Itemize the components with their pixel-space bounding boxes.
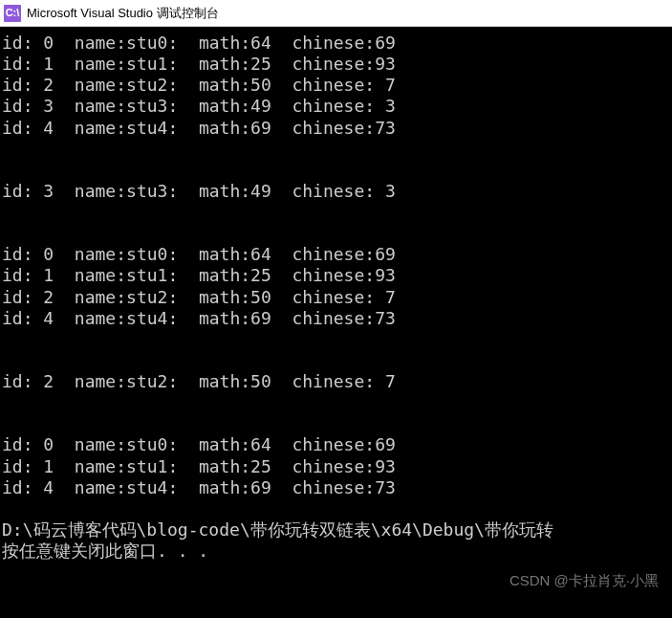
window-title: Microsoft Visual Studio 调试控制台 [27,6,219,21]
watermark: CSDN @卡拉肖克·小黑 [509,572,659,589]
titlebar: C:\ Microsoft Visual Studio 调试控制台 [0,0,672,27]
vs-console-icon: C:\ [4,5,21,22]
console-output: id: 0 name:stu0: math:64 chinese:69 id: … [0,27,672,563]
